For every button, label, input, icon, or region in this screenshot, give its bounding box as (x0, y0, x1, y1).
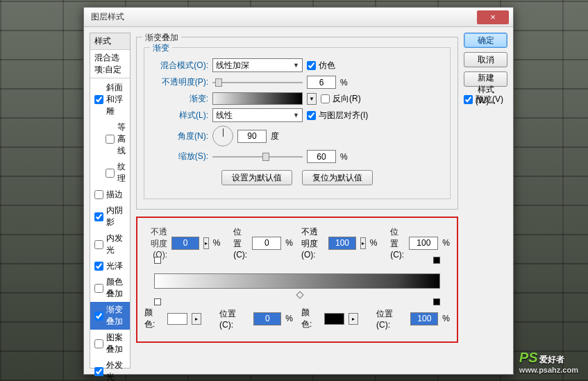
color-left-swatch[interactable] (167, 313, 188, 325)
preview-checkbox[interactable]: 预览(V) (464, 94, 507, 105)
gradient-inner-group: 渐变 混合模式(O): 线性加深▼ 仿色 不透明度(P): % 渐变: (144, 47, 451, 199)
style-label: 图案叠加 (106, 332, 126, 355)
angle-label: 角度(N): (153, 130, 208, 142)
gradient-label: 渐变: (153, 93, 208, 105)
scale-label: 缩放(S): (153, 151, 208, 162)
color-pos-right-input[interactable] (410, 312, 438, 325)
blend-options-row[interactable]: 混合选项:自定 (90, 50, 130, 78)
gradient-overlay-group: 渐变叠加 渐变 混合模式(O): 线性加深▼ 仿色 不透明度(P): % (136, 37, 458, 210)
styles-header[interactable]: 样式 (90, 33, 130, 50)
watermark-url: www.psahz.com (519, 366, 578, 374)
style-item-0[interactable]: 斜面和浮雕 (90, 80, 130, 119)
pos-left-label: 位置(C): (233, 226, 248, 260)
chevron-down-icon: ▼ (293, 62, 299, 69)
opacity-stop-right[interactable] (433, 257, 440, 264)
style-checkbox[interactable] (106, 169, 115, 178)
opacity-input[interactable] (307, 76, 336, 89)
style-item-1[interactable]: 等高线 (90, 119, 130, 159)
style-item-8[interactable]: 渐变叠加 (90, 302, 130, 330)
stepper-icon[interactable]: ▸ (348, 313, 358, 325)
style-label: 渐变叠加 (106, 304, 126, 328)
style-label: 样式(L): (153, 110, 208, 121)
style-checkbox[interactable] (94, 212, 103, 221)
stepper-icon[interactable]: ▸ (192, 313, 201, 325)
style-checkbox[interactable] (94, 262, 103, 271)
dialog-title: 图层样式 (91, 11, 124, 23)
style-checkbox[interactable] (94, 190, 103, 199)
style-item-7[interactable]: 颜色叠加 (90, 274, 130, 302)
reverse-checkbox[interactable]: 反向(R) (321, 93, 361, 105)
cancel-button[interactable]: 取消 (464, 52, 507, 67)
scale-input[interactable] (307, 150, 336, 163)
color-stop-right[interactable] (433, 298, 440, 305)
pos-left-input[interactable] (252, 237, 281, 250)
make-default-button[interactable]: 设置为默认值 (221, 170, 292, 185)
styles-list: 斜面和浮雕等高线纹理描边内阴影内发光光泽颜色叠加渐变叠加图案叠加外发光投影 (90, 78, 130, 381)
chevron-down-icon: ▼ (293, 112, 299, 119)
color-right-swatch[interactable] (324, 313, 345, 325)
close-button[interactable]: × (477, 10, 509, 24)
gradient-bar[interactable] (154, 273, 440, 289)
opacity-slider[interactable] (212, 78, 303, 87)
style-item-3[interactable]: 描边 (90, 187, 130, 203)
style-label: 斜面和浮雕 (106, 82, 126, 117)
titlebar[interactable]: 图层样式 × (84, 8, 513, 27)
stepper-icon[interactable]: ▸ (360, 237, 366, 249)
angle-dial[interactable] (212, 126, 233, 146)
scale-slider[interactable] (212, 152, 303, 162)
blend-mode-combo[interactable]: 线性加深▼ (212, 58, 303, 72)
watermark-logo: PS (519, 350, 538, 365)
styles-panel: 样式 混合选项:自定 斜面和浮雕等高线纹理描边内阴影内发光光泽颜色叠加渐变叠加图… (90, 33, 131, 369)
style-label: 光泽 (106, 260, 123, 272)
blend-mode-label: 混合模式(O): (153, 60, 208, 71)
inner-legend: 渐变 (150, 42, 172, 54)
style-item-5[interactable]: 内发光 (90, 230, 130, 258)
style-checkbox[interactable] (94, 367, 103, 376)
style-checkbox[interactable] (106, 135, 115, 144)
style-checkbox[interactable] (94, 312, 103, 321)
dither-checkbox[interactable]: 仿色 (307, 60, 335, 71)
style-label: 外发光 (106, 359, 126, 381)
ok-button[interactable]: 确定 (464, 33, 507, 48)
style-combo[interactable]: 线性▼ (212, 108, 303, 122)
gradient-ramp[interactable] (150, 265, 444, 304)
stepper-icon[interactable]: ▸ (203, 237, 209, 249)
style-item-4[interactable]: 内阴影 (90, 203, 130, 230)
gradient-dropdown[interactable]: ▼ (307, 93, 317, 105)
pos-right-input[interactable] (409, 237, 438, 250)
style-item-6[interactable]: 光泽 (90, 258, 130, 274)
style-label: 等高线 (117, 121, 126, 157)
opacity-stop-left[interactable] (154, 257, 161, 264)
style-checkbox[interactable] (94, 284, 103, 293)
style-checkbox[interactable] (94, 240, 103, 249)
opacity-right-input[interactable] (328, 237, 356, 250)
color-left-label: 颜色: (144, 307, 163, 330)
align-checkbox[interactable]: 与图层对齐(I) (307, 110, 368, 121)
gradient-editor-highlight: 不透明度(O): ▸ % 位置(C): % 不透明度(O): ▸ % 位置(C)… (136, 217, 458, 343)
style-checkbox[interactable] (94, 95, 103, 104)
style-label: 颜色叠加 (106, 276, 126, 300)
style-label: 纹理 (117, 161, 126, 185)
style-label: 内发光 (106, 232, 126, 256)
angle-input[interactable] (237, 130, 267, 143)
color-pos-right-label: 位置(C): (376, 308, 406, 330)
opacity-label: 不透明度(P): (153, 76, 208, 88)
style-item-9[interactable]: 图案叠加 (90, 330, 130, 357)
color-stop-left[interactable] (154, 298, 161, 305)
style-item-10[interactable]: 外发光 (90, 357, 130, 381)
gradient-swatch[interactable] (212, 92, 303, 105)
color-right-label: 颜色: (301, 307, 320, 330)
color-pos-left-input[interactable] (253, 312, 281, 325)
style-label: 描边 (106, 189, 123, 201)
layer-style-dialog: 图层样式 × 样式 混合选项:自定 斜面和浮雕等高线纹理描边内阴影内发光光泽颜色… (83, 7, 514, 375)
main-panel: 渐变叠加 渐变 混合模式(O): 线性加深▼ 仿色 不透明度(P): % (136, 33, 458, 369)
style-checkbox[interactable] (94, 339, 103, 348)
style-label: 内阴影 (106, 205, 126, 228)
pos-right-label: 位置(C): (390, 226, 405, 260)
opacity-left-input[interactable] (171, 237, 199, 250)
new-style-button[interactable]: 新建样式(W)... (464, 71, 507, 87)
style-item-2[interactable]: 纹理 (90, 159, 130, 187)
watermark: PS爱好者 www.psahz.com (519, 350, 578, 374)
reset-default-button[interactable]: 复位为默认值 (302, 170, 373, 185)
opacity-left-label: 不透明度(O): (144, 226, 167, 260)
